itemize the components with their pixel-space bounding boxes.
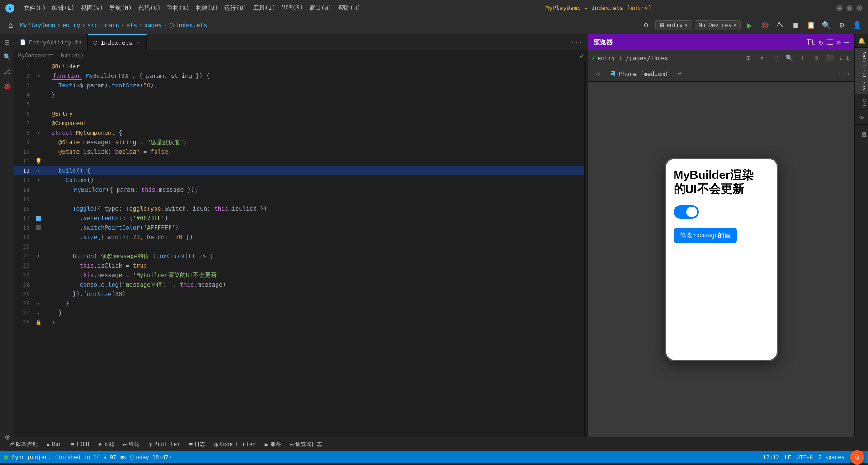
home-icon[interactable]: ⌂ (5, 19, 17, 32)
git-icon[interactable]: ⎇ (1, 65, 14, 78)
minimize-button[interactable]: — (836, 5, 843, 11)
no-devices-button[interactable]: No Devices ▾ (695, 20, 741, 30)
menu-code[interactable]: 代码(C) (138, 4, 160, 12)
terminal-label: 终端 (129, 441, 140, 448)
editor-scrollbar[interactable] (584, 61, 588, 437)
preview-settings-icon[interactable]: ⚙ (837, 38, 841, 47)
line-number-15: 15 (14, 194, 33, 204)
menu-tools[interactable]: 工具(I) (253, 4, 275, 12)
menu-help[interactable]: 帮助(H) (338, 4, 360, 12)
build-icon[interactable]: ⛏ (774, 19, 787, 32)
toggle-switch[interactable] (674, 205, 699, 219)
tab-index-ets-close[interactable]: ✕ (135, 39, 141, 46)
menu-window[interactable]: 窗口(W) (309, 4, 331, 12)
action-button[interactable]: 修改message的值 (674, 228, 737, 243)
device-rotate-icon[interactable]: ⇄ (674, 68, 686, 80)
menu-file[interactable]: 文件(F) (24, 4, 46, 12)
menu-refactor[interactable]: 重构(R) (167, 4, 189, 12)
breakpoint-17[interactable] (36, 216, 41, 221)
preview-toggle-icon[interactable]: ⊞ (742, 52, 754, 64)
tab-more-button[interactable]: ··· (566, 34, 588, 50)
minimize-preview-icon[interactable]: — (844, 38, 849, 47)
vcs-button[interactable]: ⎇ 版本控制 (4, 440, 41, 449)
account-icon[interactable]: 👤 (851, 19, 863, 32)
menu-vcs[interactable]: VCS(S) (282, 4, 303, 12)
fold-icon-21[interactable]: ▾ (37, 253, 40, 259)
stop-icon[interactable]: ■ (789, 19, 802, 32)
code-22: this.isClick = true (43, 261, 584, 270)
run-bottom-icon: ▶ (47, 441, 50, 448)
problems-button[interactable]: ⊕ 问题 (94, 440, 118, 449)
run-button[interactable]: ▶ (743, 19, 756, 32)
menu-build[interactable]: 构建(B) (196, 4, 218, 12)
gutter-18 (33, 223, 43, 232)
device-back-icon[interactable]: ◁ (592, 68, 604, 80)
close-button[interactable]: × (856, 5, 863, 11)
eye-icon[interactable]: 👁 (855, 111, 868, 125)
preview-rotate-icon[interactable]: ▾ (756, 52, 768, 64)
preview-resize-icon[interactable]: ⬚ (769, 52, 781, 64)
tab-entry-ability[interactable]: 📄 EntryAbility.ts (14, 34, 88, 50)
device-more-icon[interactable]: ··· (838, 70, 851, 78)
menu-run[interactable]: 运行(B) (224, 4, 246, 12)
breadcrumb-main[interactable]: main (105, 22, 119, 28)
log-button[interactable]: ≡ 日志 (186, 440, 209, 449)
breadcrumb-entry[interactable]: entry (62, 22, 80, 28)
breadcrumb-pages[interactable]: pages (144, 22, 162, 28)
service-button[interactable]: ▶ 服务 (261, 440, 285, 449)
structure-icon[interactable]: 结构 (1, 424, 14, 437)
filter-icon[interactable]: ☰ (827, 38, 833, 47)
menu-edit[interactable]: 编辑(E) (52, 4, 74, 12)
debug-button[interactable]: 🐞 (759, 19, 771, 32)
fold-icon-26[interactable]: ▸ (37, 301, 40, 306)
breadcrumb-src[interactable]: src (87, 22, 98, 28)
fold-icon-8[interactable]: ▾ (37, 130, 40, 136)
todo-button[interactable]: ≡ TODO (67, 440, 93, 449)
entry-button[interactable]: 🖥 entry ▾ (655, 20, 692, 30)
todo-icon: ≡ (71, 441, 75, 448)
maximize-button[interactable]: □ (846, 5, 853, 11)
search-icon[interactable]: 🔍 (820, 19, 833, 32)
debug-act-icon[interactable]: 🐞 (1, 80, 14, 92)
breadcrumb-project[interactable]: MyPlayDemo (20, 22, 55, 28)
fold-icon-2[interactable]: ▾ (37, 73, 40, 79)
api-panel-label[interactable]: API (855, 94, 868, 111)
fold-icon-12[interactable]: ▾ (37, 168, 40, 174)
preview-log-button[interactable]: ▭ 预览器日志 (287, 440, 326, 449)
preview-fit-icon[interactable]: ⊕ (810, 52, 822, 64)
notifications-panel-label[interactable]: Notifications (855, 48, 868, 94)
fold-icon-27[interactable]: ▸ (37, 310, 40, 316)
refresh-icon[interactable]: ↻ (819, 38, 823, 47)
breakpoint-18[interactable] (36, 225, 41, 230)
run-bottom-button[interactable]: ▶ Run (43, 440, 66, 449)
profiler-button[interactable]: ◎ Profiler (145, 440, 184, 449)
preview-zoom-out-icon[interactable]: 🔍 (783, 52, 795, 64)
bulb-icon[interactable]: 💡 (35, 158, 42, 164)
notifications-icon[interactable]: 🔔 (855, 34, 868, 48)
line-number-24: 24 (14, 280, 33, 289)
fold-icon-13[interactable]: ▾ (37, 177, 40, 183)
gutter-15 (33, 194, 43, 204)
settings-icon[interactable]: ⊙ (640, 19, 652, 32)
preview-scale-label: 1:1 (837, 55, 851, 61)
search-act-icon[interactable]: 🔍 (1, 51, 14, 63)
preview-fullscreen-icon[interactable]: ⬛ (824, 52, 835, 64)
font-icon[interactable]: Tt (807, 38, 815, 47)
explorer-icon[interactable]: ☰ (1, 36, 14, 49)
device-icon[interactable]: 📋 (805, 19, 817, 32)
menu-nav[interactable]: 导航(N) (109, 4, 132, 12)
breadcrumb-file[interactable]: Index.ets (175, 22, 207, 28)
fab-button[interactable]: ⚙ (850, 450, 864, 465)
code-15 (43, 194, 584, 204)
menu-view[interactable]: 视图(V) (81, 4, 103, 12)
breadcrumb-ets[interactable]: ets (127, 22, 137, 28)
line-number-18: 18 (14, 223, 33, 232)
code-linter-button[interactable]: ◎ Code Linter (211, 440, 259, 449)
tab-index-ets[interactable]: ⬡ Index.ets ✕ (88, 34, 147, 50)
preview-panel-label[interactable]: 预览器 (855, 125, 868, 132)
line-number-12: 12 (14, 166, 33, 175)
preview-zoom-in-icon[interactable]: + (797, 52, 808, 64)
settings2-icon[interactable]: ⚙ (835, 19, 848, 32)
terminal-button[interactable]: ▭ 终端 (120, 440, 143, 449)
code-editor[interactable]: 1 @Builder 2 ▾ function MyBuilder($$ : {… (14, 61, 588, 437)
